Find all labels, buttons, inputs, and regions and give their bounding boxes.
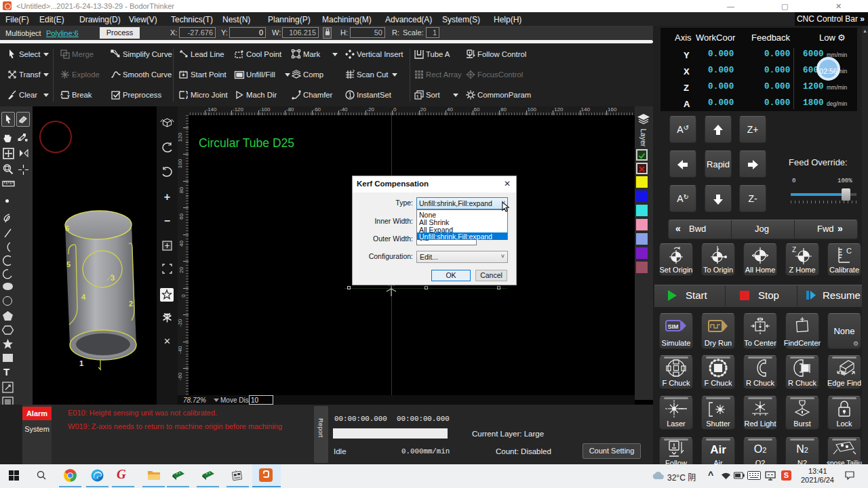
svg-text:4: 4: [81, 293, 86, 301]
svg-text:Z: Z: [792, 246, 796, 253]
svg-text:5: 5: [66, 260, 71, 268]
svg-text:3: 3: [111, 274, 115, 282]
svg-text:2: 2: [129, 300, 133, 308]
svg-text:C: C: [846, 247, 852, 255]
svg-text:SIM: SIM: [668, 323, 679, 330]
svg-text:1: 1: [79, 359, 83, 367]
svg-text:6: 6: [65, 224, 69, 232]
